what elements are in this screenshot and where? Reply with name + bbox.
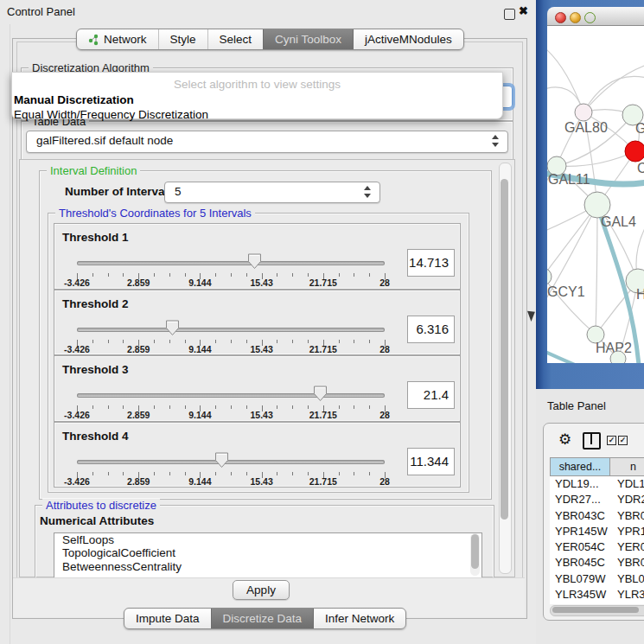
- table-row[interactable]: YDR27...YDR2: [550, 492, 644, 507]
- scrollbar-thumb[interactable]: [552, 607, 639, 613]
- tab-select[interactable]: Select: [207, 29, 264, 49]
- slider-thumb[interactable]: [247, 253, 262, 273]
- apply-button[interactable]: Apply: [233, 580, 290, 600]
- horizontal-scrollbar[interactable]: [550, 605, 644, 616]
- gear-icon[interactable]: ⚙: [558, 432, 571, 447]
- table-row[interactable]: YIL052CYIL0: [550, 603, 644, 604]
- attribute-list-item[interactable]: TopologicalCoefficient: [54, 546, 481, 559]
- panel-vertical-scrollbar[interactable]: [499, 163, 512, 574]
- column-header-shared-name[interactable]: shared...: [550, 457, 610, 476]
- network-node-label: GAL4: [601, 214, 636, 229]
- table-row[interactable]: YBL079WYBL0: [550, 571, 644, 587]
- threshold-value-field[interactable]: 14.713: [407, 249, 455, 277]
- slider-track[interactable]: [77, 460, 385, 464]
- threshold-value-field[interactable]: 21.4: [407, 381, 455, 409]
- zoom-traffic-light[interactable]: [584, 12, 596, 23]
- network-node-gcy1[interactable]: [547, 268, 552, 285]
- select-none-checkbox-icon[interactable]: ✓: [618, 436, 628, 445]
- cell-name: YIL0: [610, 603, 644, 604]
- tab-cyni-toolbox[interactable]: Cyni Toolbox: [263, 29, 353, 49]
- slider-tick: [369, 273, 370, 277]
- slider-tick: [354, 340, 354, 343]
- slider-tick-label: 28: [379, 476, 390, 487]
- dropdown-option-manual[interactable]: Manual Discretization: [12, 91, 502, 106]
- column-header-name[interactable]: n: [609, 457, 644, 476]
- tab-network[interactable]: Network: [77, 29, 158, 49]
- slider-tick: [108, 472, 109, 475]
- attribute-list-item[interactable]: SelfLoops: [54, 533, 481, 546]
- table-row[interactable]: YDL19...YDL1: [550, 476, 644, 492]
- slider-tick: [308, 340, 309, 343]
- network-node[interactable]: [610, 351, 626, 363]
- num-intervals-value: 5: [175, 185, 182, 198]
- slider-tick: [108, 405, 109, 409]
- slider-thumb[interactable]: [214, 452, 229, 472]
- network-window-titlebar[interactable]: [547, 7, 644, 26]
- cell-name: YBR0: [610, 555, 644, 571]
- attributes-scrollbar[interactable]: [470, 533, 480, 576]
- tab-style[interactable]: Style: [158, 29, 207, 49]
- slider-track[interactable]: [77, 328, 385, 332]
- float-icon[interactable]: [504, 9, 515, 20]
- threshold-value-field[interactable]: 6.316: [407, 316, 455, 343]
- slider-thumb[interactable]: [313, 386, 328, 405]
- table-data-value: galFiltered.sif default node: [36, 134, 173, 147]
- threshold-row: Threshold 2-3.4262.8599.14415.4321.71528…: [54, 290, 461, 356]
- cell-shared-name: YBR043C: [550, 508, 610, 524]
- table-row[interactable]: YER054CYER0: [550, 539, 644, 555]
- dropdown-option-equal-width[interactable]: Equal Width/Frequency Discretization: [12, 106, 502, 121]
- tab-infer-network[interactable]: Infer Network: [313, 609, 405, 628]
- slider-tick-label: -3.426: [64, 476, 90, 487]
- network-edge[interactable]: [547, 43, 583, 112]
- slider-tick-label: 15.43: [250, 277, 272, 288]
- slider-track[interactable]: [77, 261, 385, 265]
- cell-name: YPR1: [610, 524, 644, 539]
- network-node-c[interactable]: [625, 141, 644, 162]
- left-splitter[interactable]: [10, 24, 10, 644]
- tab-discretize-data[interactable]: Discretize Data: [211, 609, 314, 628]
- select-all-checkbox-icon[interactable]: ✓: [607, 436, 616, 445]
- slider-tick: [185, 273, 186, 277]
- table-row[interactable]: YBR043CYBR0: [550, 508, 644, 524]
- tab-jactivemnodules[interactable]: jActiveMNodules: [353, 29, 463, 49]
- table-row[interactable]: YPR145WYPR1: [550, 524, 644, 539]
- slider-tick-label: 21.715: [309, 277, 337, 288]
- table-rows[interactable]: YDL19...YDL1YDR27...YDR2YBR043CYBR0YPR14…: [550, 476, 644, 604]
- scrollbar-thumb[interactable]: [471, 534, 479, 569]
- network-icon: [88, 34, 99, 46]
- slider-tick-label: -3.426: [64, 277, 90, 288]
- network-edge[interactable]: [557, 151, 635, 166]
- threshold-value-field[interactable]: 11.344: [407, 448, 455, 475]
- slider-tick-label: 21.715: [309, 410, 337, 420]
- table-row[interactable]: YBR045CYBR0: [550, 555, 644, 571]
- table-row[interactable]: YLR345WYLR3: [550, 587, 644, 603]
- close-traffic-light[interactable]: [555, 12, 566, 23]
- network-node-gal80[interactable]: [575, 104, 592, 121]
- split-columns-icon[interactable]: [583, 432, 601, 450]
- combo-stepper-icon: [492, 135, 500, 147]
- thresholds-group-title: Threshold's Coordinates for 5 Intervals: [55, 207, 255, 220]
- network-edge[interactable]: [547, 348, 575, 363]
- slider-tick: [92, 340, 93, 343]
- cell-shared-name: YPR145W: [550, 524, 610, 539]
- table-data-combobox[interactable]: galFiltered.sif default node: [26, 131, 508, 153]
- scrollbar-thumb[interactable]: [501, 179, 508, 520]
- network-edge[interactable]: [596, 205, 597, 335]
- tab-impute-data[interactable]: Impute Data: [124, 609, 211, 628]
- slider-tick: [154, 472, 155, 475]
- num-intervals-combobox[interactable]: 5: [164, 182, 380, 203]
- threshold-label: Threshold 4: [62, 430, 129, 443]
- attribute-list-item[interactable]: BetweennessCentrality: [54, 560, 481, 573]
- dropdown-placeholder-option[interactable]: Select algorithm to view settings: [12, 73, 502, 91]
- minimize-traffic-light[interactable]: [570, 12, 581, 23]
- network-canvas[interactable]: GAL80GACGAL11GAL4GCY1HHAP2: [547, 26, 644, 363]
- slider-tick: [339, 472, 340, 475]
- numerical-attributes-list[interactable]: SelfLoopsTopologicalCoefficientBetweenne…: [54, 532, 482, 578]
- slider-tick: [215, 472, 216, 475]
- slider-tick: [308, 273, 309, 277]
- slider-track[interactable]: [77, 393, 385, 398]
- algorithm-dropdown-popup: Select algorithm to view settings Manual…: [11, 72, 503, 119]
- slider-thumb[interactable]: [165, 320, 180, 340]
- close-icon[interactable]: ✖: [519, 4, 528, 17]
- slider-tick: [277, 273, 277, 277]
